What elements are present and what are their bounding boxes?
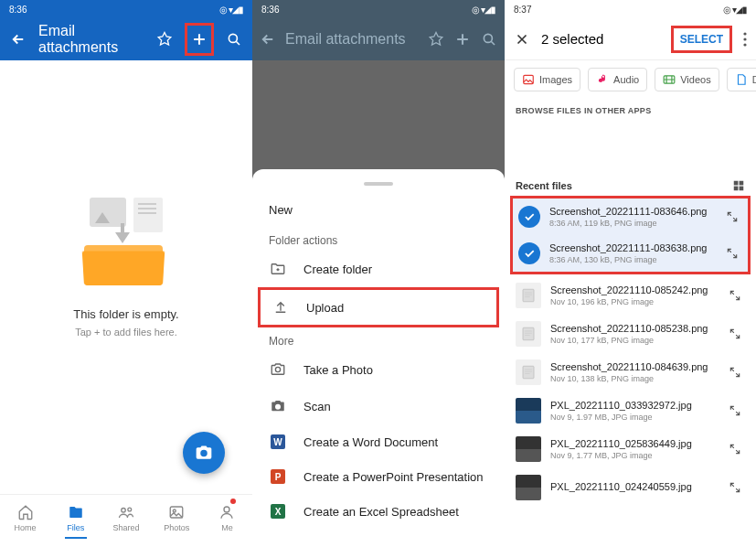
premium-icon [428, 31, 444, 48]
svg-point-1 [202, 451, 206, 455]
file-row[interactable]: PXL_20221110_025836449.jpgNov 9, 1.77 MB… [505, 430, 756, 468]
chip-documents[interactable]: Docur [727, 68, 756, 91]
expand-icon[interactable] [725, 481, 745, 494]
grid-view-icon[interactable] [732, 179, 745, 192]
scan-label: Scan [303, 400, 331, 413]
more-icon[interactable] [743, 32, 747, 47]
nav-home[interactable]: Home [0, 495, 50, 547]
nav-shared[interactable]: Shared [101, 495, 151, 547]
chip-audio[interactable]: Audio [588, 68, 647, 91]
take-photo-label: Take a Photo [303, 363, 373, 377]
status-icons: ◎ ▾◢▮ [472, 5, 495, 15]
svg-rect-21 [740, 181, 744, 186]
expand-icon[interactable] [725, 404, 745, 417]
add-icon [453, 30, 472, 48]
expand-icon[interactable] [725, 443, 745, 456]
nav-me-label: Me [221, 523, 233, 532]
panel-files-empty: 8:36 ◎ ▾◢▮ Email attachments [0, 0, 252, 547]
page-title: Email attachments [38, 23, 144, 56]
file-row[interactable]: Screenshot_20221110-085238.pngNov 10, 17… [505, 315, 756, 353]
create-xls-item[interactable]: X Create an Excel Spreadsheet [252, 494, 505, 529]
file-name: PXL_20221110_025836449.jpg [550, 438, 716, 449]
expand-icon[interactable] [722, 247, 742, 260]
camera-icon [269, 361, 287, 378]
expand-icon[interactable] [725, 366, 745, 379]
svg-text:X: X [275, 507, 282, 517]
file-row[interactable]: Screenshot_20221111-083638.png8:36 AM, 1… [513, 235, 748, 272]
panel-action-sheet: 8:36 ◎ ▾◢▮ Email attachments New Folder … [252, 0, 505, 547]
empty-title: This folder is empty. [73, 307, 178, 321]
add-icon[interactable] [190, 30, 208, 48]
file-row[interactable]: PXL_20221110_033932972.jpgNov 9, 1.97 MB… [505, 391, 756, 430]
status-time: 8:36 [9, 5, 27, 15]
file-row[interactable]: Screenshot_20221111-083646.png8:36 AM, 1… [513, 198, 748, 235]
chip-images[interactable]: Images [514, 68, 580, 91]
file-thumbnail [516, 321, 541, 347]
take-photo-item[interactable]: Take a Photo [252, 351, 505, 388]
expand-icon[interactable] [725, 327, 745, 340]
svg-point-8 [275, 367, 280, 371]
scan-item[interactable]: Scan [252, 388, 505, 424]
upload-icon [272, 299, 290, 316]
app-header: Email attachments [0, 18, 252, 60]
premium-icon[interactable] [154, 31, 176, 48]
page-title: Email attachments [285, 31, 419, 48]
svg-point-0 [229, 34, 237, 42]
svg-point-6 [224, 507, 229, 512]
create-ppt-label: Create a PowerPoint Presentation [303, 470, 484, 484]
upload-item[interactable]: Upload [261, 290, 496, 325]
select-button[interactable]: SELECT [676, 29, 727, 49]
nav-files[interactable]: Files [50, 495, 101, 547]
file-name: Screenshot_20221111-083646.png [549, 206, 713, 217]
chip-videos[interactable]: Videos [655, 68, 719, 91]
create-ppt-item[interactable]: P Create a PowerPoint Presentation [252, 459, 505, 494]
search-icon [481, 31, 497, 48]
status-time: 8:37 [514, 5, 531, 15]
image-icon [522, 73, 535, 86]
bottom-sheet: New Folder actions Create folder Upload … [252, 169, 505, 547]
folder-plus-icon [269, 261, 287, 277]
sheet-handle[interactable] [364, 182, 393, 186]
create-word-label: Create a Word Document [303, 435, 438, 449]
file-row[interactable]: Screenshot_20221110-085242.pngNov 10, 19… [505, 276, 756, 315]
file-thumbnail [516, 475, 541, 500]
nav-shared-label: Shared [112, 523, 139, 532]
back-icon[interactable] [7, 31, 29, 48]
file-info: Screenshot_20221110-085242.pngNov 10, 19… [550, 284, 716, 306]
nav-me[interactable]: Me [202, 495, 252, 547]
create-folder-item[interactable]: Create folder [252, 251, 505, 287]
file-info: Screenshot_20221110-084639.pngNov 10, 13… [550, 361, 716, 383]
expand-icon[interactable] [722, 210, 742, 223]
back-icon [260, 31, 276, 48]
file-row[interactable]: Screenshot_20221110-084639.pngNov 10, 13… [505, 353, 756, 391]
svg-point-16 [743, 38, 746, 40]
picker-header: 2 selected SELECT [505, 18, 756, 60]
file-meta: 8:36 AM, 119 kB, PNG image [549, 219, 713, 228]
svg-rect-20 [734, 181, 739, 186]
file-info: Screenshot_20221111-083646.png8:36 AM, 1… [549, 206, 713, 228]
svg-text:P: P [275, 472, 282, 482]
file-row[interactable]: PXL_20221110_024240559.jpg [505, 468, 756, 507]
close-icon[interactable] [514, 31, 530, 48]
svg-rect-26 [523, 366, 534, 379]
file-list: Screenshot_20221111-083646.png8:36 AM, 1… [505, 196, 756, 507]
nav-photos[interactable]: Photos [152, 495, 202, 547]
browse-other-apps[interactable]: BROWSE FILES IN OTHER APPS [505, 99, 756, 119]
search-icon[interactable] [223, 31, 245, 48]
create-word-item[interactable]: W Create a Word Document [252, 424, 505, 459]
file-meta: Nov 10, 196 kB, PNG image [550, 297, 716, 306]
empty-folder-illustration [80, 198, 172, 289]
camera-fab[interactable] [183, 432, 225, 474]
word-icon: W [269, 434, 287, 449]
svg-rect-23 [740, 187, 744, 191]
file-thumbnail [516, 436, 541, 462]
file-meta: Nov 9, 1.77 MB, JPG image [550, 451, 716, 460]
file-info: Screenshot_20221110-085238.pngNov 10, 17… [550, 323, 716, 345]
expand-icon[interactable] [725, 289, 745, 302]
file-name: Screenshot_20221110-085242.png [550, 284, 716, 295]
create-xls-label: Create an Excel Spreadsheet [303, 505, 459, 519]
panel-file-picker: 8:37 ◎ ▾◢▮ 2 selected SELECT Images Audi… [505, 0, 756, 547]
svg-point-17 [743, 43, 746, 46]
app-header-dimmed: Email attachments [252, 18, 505, 60]
svg-point-7 [484, 34, 492, 42]
